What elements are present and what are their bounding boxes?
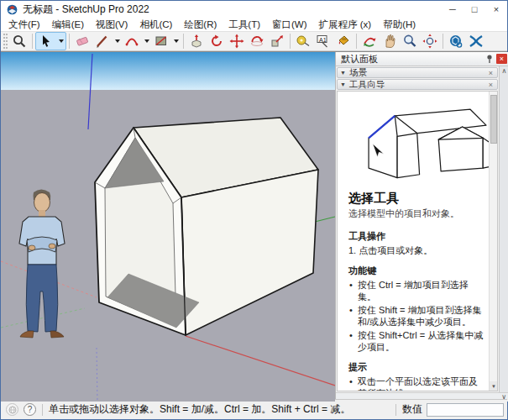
collapse-triangle-icon: ▼: [340, 81, 346, 87]
tray-close-button[interactable]: ×: [496, 54, 507, 64]
select-arrow-icon: [39, 34, 53, 48]
instructor-illustration: [350, 98, 491, 186]
scrollbar-thumb[interactable]: [490, 95, 497, 144]
pencil-icon: [95, 34, 110, 49]
select-tool-button[interactable]: [36, 32, 56, 50]
statusbar-separator: [395, 404, 396, 416]
toolbar-separator: [356, 34, 357, 49]
rectangle-tool-button[interactable]: [151, 32, 171, 50]
toolbar-separator: [443, 34, 443, 49]
extension-icon: [469, 34, 484, 49]
instructor-scrollbar[interactable]: ▼: [489, 92, 497, 391]
scroll-down-icon[interactable]: ▼: [490, 381, 498, 391]
menu-view[interactable]: 视图(V): [90, 18, 134, 31]
arc-icon: [124, 34, 139, 49]
toolbar-grip[interactable]: [3, 34, 8, 49]
statusbar-separator: [42, 404, 43, 416]
viewport-3d[interactable]: [1, 52, 335, 402]
menu-help[interactable]: 帮助(H): [377, 18, 422, 31]
move-icon: [229, 34, 244, 49]
pan-hand-icon: [382, 34, 397, 49]
title-bar: 无标题 - SketchUp Pro 2022 ─ □ ×: [1, 1, 507, 18]
geolocation-icon[interactable]: [6, 403, 18, 416]
help-icon[interactable]: ?: [24, 403, 36, 416]
section-label: 场景: [349, 67, 487, 79]
menu-file[interactable]: 文件(F): [3, 18, 46, 31]
menu-extensions[interactable]: 扩展程序 (x): [313, 18, 378, 31]
rectangle-icon: [154, 34, 169, 49]
minimize-button[interactable]: ─: [442, 1, 463, 18]
status-message: 单击或拖动以选择对象。Shift = 加/减。Ctrl = 加。Shift + …: [49, 402, 390, 417]
chevron-down-icon: [144, 39, 149, 43]
section-close-icon[interactable]: ×: [487, 81, 495, 89]
measurement-label: 数值: [402, 402, 422, 417]
rotate-icon: [249, 34, 264, 49]
svg-text:A1: A1: [319, 37, 327, 43]
maximize-button[interactable]: □: [463, 1, 485, 18]
menu-bar: 文件(F) 编辑(E) 视图(V) 相机(C) 绘图(R) 工具(T) 窗口(W…: [1, 18, 507, 31]
instructor-item: 1. 点击项目或对象。: [348, 244, 485, 256]
extension-button[interactable]: [466, 32, 486, 50]
instructor-section-title: 提示: [348, 361, 485, 374]
zoom-extents-tool-button[interactable]: [420, 32, 440, 50]
select-tool-dropdown[interactable]: [56, 32, 65, 50]
chevron-down-icon: [59, 39, 64, 43]
scale-icon: [270, 34, 285, 49]
close-button[interactable]: ×: [485, 1, 507, 18]
pan-tool-button[interactable]: [380, 32, 400, 50]
orbit-tool-button[interactable]: [359, 32, 380, 50]
scale-tool-button[interactable]: [267, 32, 287, 50]
zoom-icon: [402, 34, 417, 49]
main-area: 默认面板 × ▼ 场景 × ▼ 工具向导 ×: [1, 51, 507, 399]
rotate-tool-button[interactable]: [247, 32, 267, 50]
toolbar-separator: [32, 34, 33, 49]
toolbar: A1: [1, 31, 507, 51]
menu-camera[interactable]: 相机(C): [134, 18, 178, 31]
tray-scroll-up-icon[interactable]: ∧: [502, 68, 507, 75]
orbit-icon: [362, 34, 377, 49]
rectangle-tool-dropdown[interactable]: [171, 32, 181, 50]
paint-bucket-tool-button[interactable]: [333, 32, 354, 50]
line-tool-button[interactable]: [92, 32, 113, 50]
tray-section-scenes[interactable]: ▼ 场景 ×: [337, 67, 498, 78]
arc-tool-button[interactable]: [122, 32, 142, 50]
instructor-subtitle: 选择模型中的项目和对象。: [348, 207, 485, 220]
tray-section-instructor[interactable]: ▼ 工具向导 ×: [337, 79, 498, 90]
instructor-panel: 选择工具 选择模型中的项目和对象。 工具操作 1. 点击项目或对象。 功能键 按…: [337, 91, 498, 391]
measurement-input[interactable]: [427, 403, 504, 417]
line-tool-dropdown[interactable]: [113, 32, 122, 50]
chevron-down-icon: [174, 39, 179, 43]
section-close-icon[interactable]: ×: [487, 69, 495, 77]
zoom-tool-button[interactable]: [400, 32, 420, 50]
collapse-triangle-icon: ▼: [340, 70, 346, 76]
menu-tools[interactable]: 工具(T): [223, 18, 266, 31]
magnifier-tool-button[interactable]: [9, 32, 29, 50]
tape-measure-tool-button[interactable]: [293, 32, 313, 50]
text-tool-button[interactable]: A1: [313, 32, 333, 50]
warehouse-button[interactable]: [446, 32, 466, 50]
follow-me-tool-button[interactable]: [207, 32, 227, 50]
tray-scroll-strip[interactable]: ∧: [499, 66, 508, 392]
push-pull-tool-button[interactable]: [186, 32, 207, 50]
instructor-item: 按住 Shift+Ctrl = 从选择集中减少项目。: [348, 329, 485, 353]
magnifier-icon: [12, 34, 27, 49]
move-tool-button[interactable]: [227, 32, 247, 50]
follow-me-icon: [209, 34, 224, 49]
warehouse-icon: [448, 34, 463, 49]
tray-header: 默认面板 ×: [336, 52, 508, 66]
paint-bucket-icon: [336, 34, 351, 49]
toolbar-separator: [290, 34, 291, 49]
menu-draw[interactable]: 绘图(R): [178, 18, 223, 31]
arc-tool-dropdown[interactable]: [142, 32, 151, 50]
zoom-extents-icon: [422, 34, 437, 49]
model-scene: [1, 52, 335, 402]
instructor-item: 按住 Ctrl = 增加项目到选择集。: [348, 279, 485, 302]
menu-edit[interactable]: 编辑(E): [46, 18, 90, 31]
select-tool-active: [35, 32, 66, 50]
menu-window[interactable]: 窗口(W): [266, 18, 313, 31]
eraser-tool-button[interactable]: [72, 32, 92, 50]
tray-title: 默认面板: [341, 53, 484, 66]
sketchup-logo-icon: [7, 4, 18, 15]
measurement-box: 数值: [402, 402, 507, 417]
pin-icon[interactable]: [484, 54, 495, 64]
